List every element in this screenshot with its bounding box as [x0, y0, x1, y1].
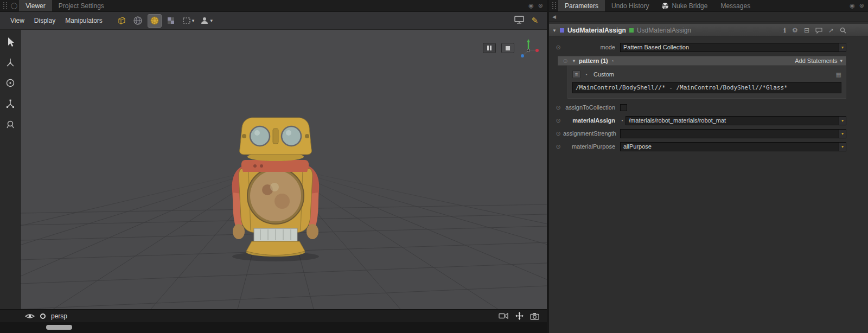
tab-nuke-bridge[interactable]: Nuke Bridge	[655, 0, 714, 11]
add-statements-button[interactable]: Add Statements ▾	[795, 57, 843, 64]
tab-undo-history[interactable]: Undo History	[605, 0, 655, 11]
menu-view[interactable]: View	[5, 15, 29, 27]
parameter-rows: ⊙ mode Pattern Based Collection ▾ ⊙ ▼ pa…	[549, 36, 868, 153]
manipulator-toolbar	[0, 30, 21, 309]
tab-messages[interactable]: Messages	[714, 0, 757, 11]
node-expander-icon[interactable]: ▼	[552, 28, 557, 33]
checker-icon	[166, 16, 176, 25]
nuke-logo-icon	[662, 3, 668, 9]
node-type: UsdMaterialAssign	[637, 27, 691, 34]
texture-mode-button[interactable]	[164, 14, 178, 28]
pattern-expander-icon[interactable]: ▼	[572, 59, 576, 63]
param-state-icon: ⊙	[553, 143, 563, 150]
stop-icon	[506, 46, 510, 50]
horizontal-scrollbar-thumb[interactable]	[46, 325, 72, 330]
camera-indicator-icon[interactable]	[40, 313, 46, 319]
panel-close-icon[interactable]: ⊗	[537, 2, 545, 9]
material-assign-dropdown-arrow[interactable]: ▾	[839, 116, 846, 125]
param-state-icon: ⊙	[561, 57, 569, 65]
tab-label: Nuke Bridge	[672, 2, 707, 10]
chevron-down-icon: ▾	[192, 18, 195, 23]
tab-label: Parameters	[565, 2, 598, 10]
gear-icon[interactable]: ⚙	[792, 27, 798, 34]
panel-menu-icon[interactable]: ◉	[527, 2, 535, 9]
assignment-strength-dropdown[interactable]	[620, 129, 839, 138]
param-state-icon: ⊙	[553, 117, 563, 124]
material-purpose-dropdown-arrow[interactable]: ▾	[839, 142, 846, 151]
pan-move-icon[interactable]	[515, 312, 524, 320]
visibility-eye-icon[interactable]	[25, 313, 35, 319]
pattern-expression-input[interactable]	[572, 82, 841, 93]
viewport-footer-right	[499, 312, 539, 320]
viewport-3d[interactable]	[21, 30, 547, 309]
snapshot-camera-icon[interactable]	[530, 312, 539, 320]
tab-viewer[interactable]: Viewer	[19, 0, 52, 11]
comment-icon[interactable]	[815, 28, 822, 34]
node-header[interactable]: ▼ UsdMaterialAssign UsdMaterialAssign ℹ …	[549, 24, 868, 36]
statement-grid-icon[interactable]: ▦	[836, 71, 841, 78]
panel-menu-icon[interactable]: ◉	[848, 2, 857, 9]
mode-dropdown[interactable]: Pattern Based Collection	[620, 43, 839, 52]
material-purpose-dropdown[interactable]: allPurpose	[620, 142, 839, 151]
node-color-swatch	[560, 28, 564, 33]
search-icon[interactable]	[840, 27, 846, 34]
material-assign-input[interactable]	[626, 116, 839, 125]
selection-mode-button[interactable]: ▾	[181, 14, 196, 28]
pin-icon[interactable]: ◯	[9, 0, 19, 11]
bounding-box-icon[interactable]	[115, 14, 129, 28]
info-icon[interactable]: ℹ	[784, 27, 787, 34]
shaded-mode-button[interactable]	[148, 14, 162, 28]
marquee-icon	[182, 16, 191, 25]
tab-label: Undo History	[611, 2, 649, 10]
scale-tool-button[interactable]	[3, 97, 17, 110]
pivot-tool-button[interactable]	[3, 118, 17, 131]
shaded-sphere-icon	[150, 16, 159, 25]
monitor-button[interactable]	[514, 16, 525, 25]
axis-gizmo[interactable]	[516, 37, 540, 61]
param-label-material-assign: materialAssign	[563, 117, 620, 124]
katana-window: ◯ Viewer Project Settings ◉ ⊗ View Displ…	[0, 0, 868, 333]
chevron-down-icon: ▾	[840, 58, 843, 63]
statement-menu-button[interactable]: ≡	[572, 71, 580, 78]
param-row-material-purpose: ⊙ materialPurpose allPurpose ▾	[553, 140, 846, 153]
cursor-icon	[5, 36, 15, 47]
camera-name-label[interactable]: persp	[51, 312, 67, 320]
viewer-menubar-right: ✎	[514, 16, 541, 25]
scene-render	[21, 30, 547, 309]
annotate-pen-icon[interactable]: ✎	[531, 16, 538, 25]
viewer-menubar: View Display Manipulators	[0, 12, 547, 30]
jump-to-node-icon[interactable]: ↗	[828, 27, 834, 34]
mode-dropdown-arrow[interactable]: ▾	[839, 43, 846, 52]
camera-user-button[interactable]: ▾	[199, 14, 214, 28]
menu-manipulators[interactable]: Manipulators	[60, 15, 107, 27]
collapse-all-icon[interactable]: ⊟	[804, 27, 809, 34]
drag-grip[interactable]	[552, 2, 556, 9]
pause-button[interactable]	[483, 43, 496, 53]
panel-close-icon[interactable]: ⊗	[858, 2, 866, 9]
pivot-icon	[5, 119, 15, 129]
pattern-group-label: pattern (1)	[579, 57, 608, 64]
playback-controls	[483, 43, 514, 53]
globe-icon-button[interactable]	[131, 14, 145, 28]
tab-parameters[interactable]: Parameters	[558, 0, 605, 11]
drag-grip[interactable]	[3, 2, 7, 9]
stop-button[interactable]	[501, 43, 514, 53]
viewer-tabbar: ◯ Viewer Project Settings ◉ ⊗	[0, 0, 547, 12]
tab-label: Messages	[720, 2, 750, 10]
robot-model	[232, 118, 320, 261]
back-arrow-icon[interactable]: ◀	[552, 14, 556, 20]
timeline-strip	[0, 322, 547, 333]
assignment-strength-dropdown-arrow[interactable]: ▾	[839, 129, 846, 138]
parameters-tabbar: Parameters Undo History Nuke Bridge Mess…	[549, 0, 868, 12]
param-row-assignment-strength: ⊙ assignmentStrength ▾	[553, 127, 846, 140]
assign-to-collection-checkbox[interactable]	[620, 104, 627, 111]
translate-tool-button[interactable]	[3, 56, 17, 69]
select-tool-button[interactable]	[3, 35, 17, 48]
pattern-group-header[interactable]: ⊙ ▼ pattern (1) ◔ Add Statements ▾	[558, 56, 846, 66]
render-camera-icon[interactable]	[499, 312, 509, 319]
viewer-body	[0, 30, 547, 309]
tab-project-settings[interactable]: Project Settings	[52, 0, 111, 11]
parameters-panel: Parameters Undo History Nuke Bridge Mess…	[549, 0, 868, 333]
rotate-tool-button[interactable]	[3, 76, 17, 89]
menu-display[interactable]: Display	[29, 15, 60, 27]
